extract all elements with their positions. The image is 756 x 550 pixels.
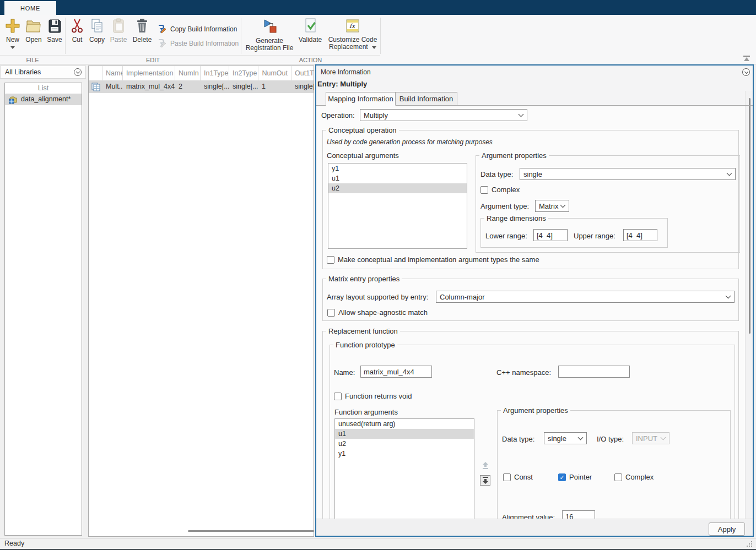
returns-void-checkbox[interactable] — [334, 393, 342, 400]
list-item[interactable]: y1 — [335, 449, 474, 459]
operation-label: Operation: — [321, 111, 355, 119]
cell-in2type: single[... — [229, 80, 258, 93]
customize-dropdown-icon — [372, 46, 376, 49]
io-type-select-disabled: INPUT — [632, 432, 669, 444]
operation-select[interactable]: Multiply — [360, 109, 527, 121]
list-item[interactable]: unused(return arg) — [335, 419, 474, 429]
delete-button[interactable]: Delete — [131, 18, 154, 43]
fn-data-type-select[interactable]: single — [544, 432, 587, 444]
column-header-numout[interactable]: NumOut — [258, 66, 291, 80]
list-column-header: List — [5, 83, 82, 94]
new-button[interactable]: New — [3, 18, 23, 51]
function-prototype-title: Function prototype — [333, 341, 397, 349]
argument-type-select[interactable]: Matrix — [535, 200, 569, 212]
generate-registration-file-icon — [244, 18, 295, 35]
open-button[interactable]: Open — [23, 18, 44, 43]
argument-type-label: Argument type: — [480, 202, 529, 210]
alignment-value-label: Alignment value: — [502, 513, 555, 519]
check-icon: ✓ — [559, 475, 564, 481]
list-item[interactable]: u2 — [335, 439, 474, 449]
ribbon: New Open Save Cut Copy Paste Delete — [0, 15, 756, 64]
icon-column-header[interactable] — [89, 66, 102, 80]
paste-button[interactable]: Paste — [108, 18, 129, 43]
column-header-in1type[interactable]: In1Type — [201, 66, 229, 80]
data-type-select[interactable]: single — [520, 168, 736, 180]
array-layout-select[interactable]: Column-major — [436, 291, 735, 303]
cell-implementation: matrix_mul_4x4 — [123, 80, 175, 93]
tab-build-information[interactable]: Build Information — [395, 92, 457, 106]
tab-mapping-information[interactable]: Mapping Information — [326, 92, 396, 106]
upper-range-input[interactable]: [4 4] — [623, 229, 657, 241]
panel-menu-button[interactable] — [742, 68, 750, 76]
copy-button[interactable]: Copy — [87, 18, 107, 43]
complex-checkbox[interactable] — [480, 186, 488, 194]
minimize-ribbon-icon[interactable] — [743, 55, 750, 63]
list-item[interactable]: u1 — [328, 173, 467, 183]
column-header-implementation[interactable]: Implementation — [123, 66, 175, 80]
save-button[interactable]: Save — [44, 18, 65, 43]
action-group-label: ACTION — [241, 57, 380, 63]
customize-fx-icon: fx — [326, 18, 380, 34]
list-item[interactable]: u2 — [328, 183, 467, 193]
delete-trash-icon — [131, 18, 154, 34]
column-header-numin[interactable]: NumIn — [175, 66, 201, 80]
panel-tabs: Mapping Information Build Information — [316, 92, 753, 106]
library-item[interactable]: data_alignment* — [5, 94, 82, 105]
range-dimensions-group: Range dimensions Lower range: [4 4] Uppe… — [480, 218, 668, 248]
libraries-listbox[interactable]: List data_alignment* — [4, 83, 82, 536]
chevron-down-icon — [726, 293, 731, 299]
shape-agnostic-checkbox[interactable] — [327, 309, 335, 317]
copy-build-information-button[interactable]: Copy Build Information — [156, 23, 237, 35]
function-arguments-listbox[interactable]: unused(return arg) u1 u2 y1 — [334, 418, 474, 519]
lower-range-input[interactable]: [4 4] — [533, 229, 568, 241]
generate-registration-file-button[interactable]: Generate Registration File — [244, 18, 295, 52]
io-type-label: I/O type: — [597, 435, 624, 443]
resize-grip-icon[interactable] — [746, 541, 753, 549]
shape-agnostic-label: Allow shape-agnostic match — [338, 308, 428, 317]
copy-pages-icon — [87, 18, 107, 34]
panel-bottom-bar: Apply — [316, 519, 753, 536]
cut-button[interactable]: Cut — [68, 18, 86, 43]
column-header-name[interactable]: Name — [102, 66, 123, 80]
upper-range-label: Upper range: — [574, 232, 615, 240]
namespace-input[interactable] — [558, 366, 630, 378]
group-label-divider — [0, 55, 380, 56]
vertical-scrollbar[interactable] — [745, 91, 753, 519]
replacement-function-group: Replacement function Function prototype … — [322, 331, 739, 519]
const-checkbox[interactable] — [503, 473, 511, 481]
apply-button[interactable]: Apply — [709, 522, 745, 536]
paste-build-information-button[interactable]: Paste Build Information — [156, 37, 239, 50]
entries-table[interactable]: Name Implementation NumIn In1Type In2Typ… — [88, 66, 314, 537]
complex-checkbox[interactable] — [614, 473, 622, 481]
customize-code-replacement-button[interactable]: fx Customize Code Replacement — [326, 18, 380, 51]
const-label: Const — [514, 473, 533, 481]
move-argument-up-button[interactable] — [480, 460, 490, 471]
column-header-out1type[interactable]: Out1Ty — [291, 66, 314, 80]
move-argument-down-button[interactable] — [480, 475, 490, 486]
libraries-menu-button[interactable] — [74, 68, 82, 76]
vertical-scrollbar-thumb[interactable] — [749, 98, 750, 334]
validate-check-icon — [297, 18, 323, 34]
validate-button[interactable]: Validate — [297, 18, 323, 43]
matrix-entry-properties-title: Matrix entry properties — [326, 275, 402, 283]
more-information-panel: More Information Entry: Multiply Mapping… — [315, 64, 754, 537]
complex-label: Complex — [625, 473, 654, 481]
chevron-down-icon — [578, 435, 584, 440]
same-types-checkbox[interactable] — [327, 256, 334, 264]
horizontal-scrollbar[interactable] — [188, 530, 314, 532]
chevron-down-icon — [661, 435, 666, 440]
chevron-down-icon — [727, 171, 732, 176]
tab-home[interactable]: HOME — [4, 1, 56, 15]
function-name-input[interactable]: matrix_mul_4x4 — [360, 366, 432, 378]
panel-header: More Information — [321, 68, 371, 76]
column-header-in2type[interactable]: In2Type — [229, 66, 258, 80]
alignment-value-input[interactable]: 16 — [562, 510, 595, 519]
list-item[interactable]: y1 — [328, 164, 467, 173]
new-icon — [3, 18, 23, 34]
conceptual-arguments-listbox[interactable]: y1 u1 u2 — [328, 163, 467, 249]
pointer-checkbox[interactable]: ✓ — [558, 473, 566, 481]
group-separator — [65, 18, 66, 54]
list-item[interactable]: u1 — [335, 429, 474, 439]
paste-build-information-icon — [156, 38, 166, 50]
edit-group-label: EDIT — [65, 57, 241, 63]
